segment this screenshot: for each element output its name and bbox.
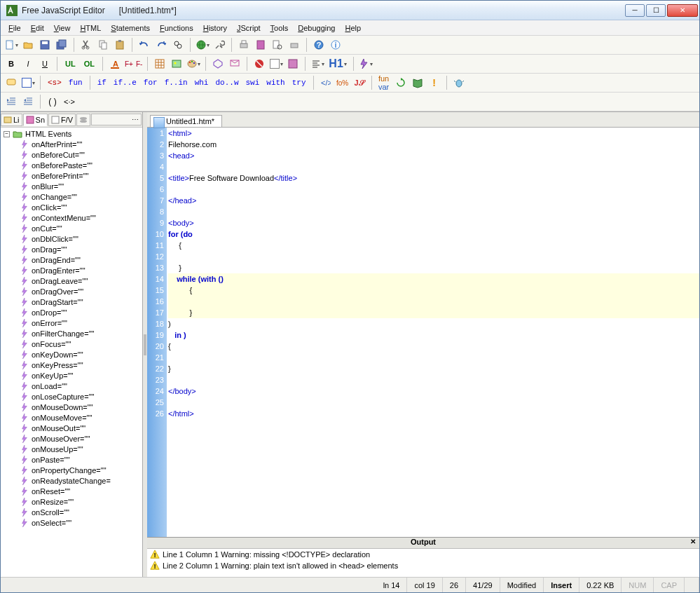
indent-button[interactable] [4,94,19,109]
minimize-button[interactable]: ─ [625,4,645,17]
snippet-s[interactable]: <s> [45,79,64,87]
tree-item[interactable]: onCut="" [2,223,141,233]
tree-item[interactable]: onMouseOver="" [2,433,141,444]
tools-button[interactable] [212,37,227,53]
snippet-swi[interactable]: swi [243,79,263,87]
menu-jscript[interactable]: JScript [232,22,266,34]
debug-js-button[interactable]: J𝒮 [352,75,367,90]
tree-item[interactable]: onChange="" [2,191,141,202]
tree-item[interactable]: onBeforePaste="" [2,160,141,170]
editor-tab[interactable]: Untitled1.htm* [150,115,222,127]
output-body[interactable]: ! Line 1 Column 1 Warning: missing <!DOC… [147,549,699,577]
menu-debugging[interactable]: Debugging [293,22,340,34]
angle-button[interactable]: <·> [62,94,77,109]
tree-item[interactable]: onContextMenu="" [2,212,141,223]
open-file-button[interactable] [20,37,36,53]
tree-item[interactable]: onPaste="" [2,454,141,465]
tree-item[interactable]: onDrag="" [2,244,141,254]
undo-button[interactable] [137,37,152,53]
tree-item[interactable]: onBeforeCut="" [2,149,141,160]
tree-item[interactable]: onReset="" [2,486,141,496]
menu-tools[interactable]: Tools [266,22,294,34]
tree-item[interactable]: onMouseOut="" [2,423,141,433]
tree-item[interactable]: onAfterPrint="" [2,139,141,149]
italic-button[interactable]: I [20,56,36,71]
menu-edit[interactable]: Edit [26,22,49,34]
bug-button[interactable] [451,75,467,90]
image-button[interactable] [169,56,184,71]
tree-item[interactable]: onKeyPress="" [2,360,141,370]
tree-item[interactable]: onLoad="" [2,381,141,391]
save-button[interactable] [37,37,53,53]
menu-html[interactable]: HTML [75,22,106,34]
tree-item[interactable]: onDragLeave="" [2,275,141,286]
find-button[interactable] [170,37,186,53]
outdent-button[interactable] [20,94,36,109]
code-editor[interactable]: 1234567891011121314151617181920212223242… [147,128,699,537]
tree-item[interactable]: onResize="" [2,496,141,507]
snippet-whi[interactable]: whi [192,79,212,87]
refresh-button[interactable] [393,75,409,90]
tree-item[interactable]: onReadystateChange= [2,475,141,486]
event-tree[interactable]: − HTML Events onAfterPrint=""onBeforeCut… [1,128,142,577]
ol-button[interactable]: OL [81,56,98,71]
output-close-button[interactable]: ✕ [688,538,698,547]
tree-item[interactable]: onDrop="" [2,307,141,318]
snippet-fun[interactable]: fun [66,79,85,87]
box-dropdown-button[interactable]: ▾ [268,56,284,71]
debug-fox-button[interactable]: fo% [335,75,350,90]
output-line[interactable]: ! Line 1 Column 1 Warning: missing <!DOC… [147,549,699,560]
menu-view[interactable]: View [49,22,76,34]
align-button[interactable]: ▾ [310,56,325,71]
browser-button[interactable]: ▾ [195,37,210,53]
collapse-icon[interactable]: − [4,131,10,137]
tree-root[interactable]: − HTML Events [2,129,141,139]
snippet-dow[interactable]: do..w [212,79,241,87]
snippet-try[interactable]: try [289,79,309,87]
no-icon-button[interactable] [252,56,267,71]
tree-item[interactable]: onMouseUp="" [2,444,141,454]
book2-button[interactable] [410,75,425,90]
palette-button[interactable]: ▾ [186,56,201,71]
menu-statements[interactable]: Statements [106,22,155,34]
side-tab-fv[interactable]: F/V [48,114,76,126]
lightning-button[interactable]: ▾ [358,56,373,71]
redo-button[interactable] [153,37,169,53]
box-dropdown2-button[interactable]: ▾ [20,75,36,90]
comment-button[interactable] [4,75,19,90]
exclaim-button[interactable]: ! [427,75,442,90]
titlebar[interactable]: Free JavaScript Editor [Untitled1.htm*] … [1,1,699,20]
cut-button[interactable] [78,37,94,53]
table-button[interactable] [152,56,167,71]
snippet-with[interactable]: with [263,79,287,87]
debug-script-button[interactable]: </> [318,75,334,90]
book-button[interactable] [253,37,268,53]
tree-item[interactable]: onSelect="" [2,517,141,528]
tree-item[interactable]: onFilterChange="" [2,328,141,339]
tree-item[interactable]: onFocus="" [2,339,141,349]
tree-item[interactable]: onDragEnter="" [2,265,141,275]
tree-item[interactable]: onDragEnd="" [2,254,141,265]
flag-button[interactable] [227,56,242,71]
tree-item[interactable]: onMouseDown="" [2,402,141,412]
tree-item[interactable]: onScroll="" [2,507,141,517]
side-tab-more[interactable]: ⋯ [91,114,142,125]
print-button[interactable] [236,37,252,53]
font-color-button[interactable]: A [107,56,123,71]
font-down-button[interactable]: F- [135,56,143,71]
maximize-button[interactable]: ☐ [646,4,666,17]
tree-item[interactable]: onClick="" [2,202,141,212]
tag-button[interactable] [210,56,226,71]
code-body[interactable]: <html>Filehorse.com<head><title>Free Sof… [167,128,699,537]
tree-item[interactable]: onPropertyChange="" [2,465,141,475]
snippet-fin[interactable]: f..in [162,79,191,87]
tree-item[interactable]: onDragOver="" [2,286,141,296]
help-button[interactable]: ? [311,37,327,53]
side-tab-db[interactable] [76,114,90,126]
menu-functions[interactable]: Functions [155,22,198,34]
tree-item[interactable]: onKeyUp="" [2,370,141,381]
paste-button[interactable] [112,37,128,53]
form-button[interactable] [285,56,301,71]
side-tab-sn[interactable]: Sn [23,114,48,126]
tree-item[interactable]: onKeyDown="" [2,349,141,360]
